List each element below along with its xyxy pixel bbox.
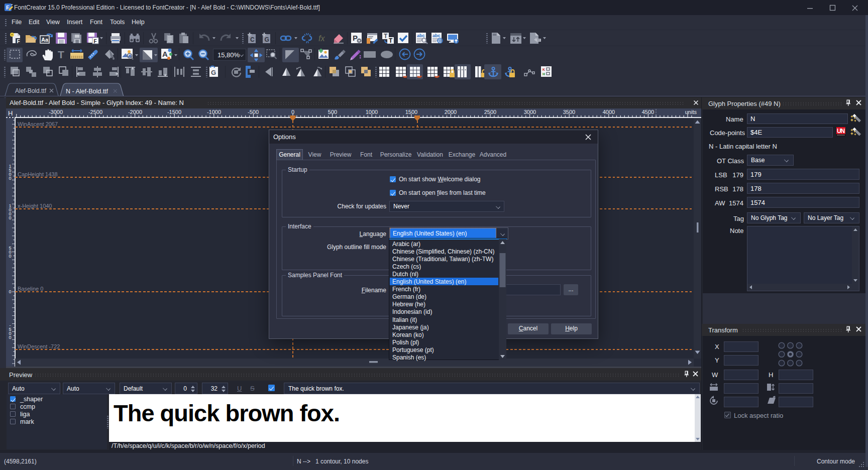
svg-text:F: F: [17, 39, 20, 44]
svg-text:-1500: -1500: [167, 109, 181, 115]
svg-text:abc: abc: [417, 33, 425, 38]
svg-text:1000: 1000: [366, 109, 378, 115]
svg-text:A: A: [162, 50, 168, 58]
svg-text:Aa: Aa: [41, 37, 49, 43]
svg-text:3500: 3500: [563, 109, 575, 115]
svg-text:0: 0: [9, 289, 11, 294]
svg-text:fx: fx: [318, 34, 325, 43]
svg-text:500: 500: [328, 109, 337, 115]
svg-text:-1000: -1000: [207, 109, 221, 115]
svg-text:0: 0: [9, 335, 11, 340]
svg-text:units: units: [685, 109, 697, 115]
svg-text:-2500: -2500: [88, 109, 102, 115]
svg-text:-2000: -2000: [128, 109, 142, 115]
svg-text:C: C: [250, 36, 255, 43]
svg-text:P: P: [353, 34, 358, 42]
svg-text:abc: abc: [432, 33, 441, 38]
svg-text:4500: 4500: [642, 109, 654, 115]
svg-text:G: G: [265, 36, 269, 43]
svg-text:-3000: -3000: [49, 109, 63, 115]
svg-text:0: 0: [9, 215, 11, 220]
svg-text:2000: 2000: [445, 109, 457, 115]
svg-text:G: G: [211, 69, 216, 76]
svg-text:0: 0: [9, 254, 11, 259]
svg-text:T: T: [384, 33, 388, 40]
svg-text:-500: -500: [248, 109, 259, 115]
svg-text:1500: 1500: [405, 109, 417, 115]
svg-text:T: T: [389, 37, 393, 44]
svg-text:0: 0: [9, 176, 11, 181]
svg-text:F: F: [94, 39, 97, 44]
svg-text:N - Alef-Bold.ttf: N - Alef-Bold.ttf: [66, 88, 108, 95]
svg-text:4000: 4000: [603, 109, 615, 115]
svg-text:T: T: [58, 49, 64, 60]
svg-text:K: K: [542, 68, 545, 71]
svg-text:0: 0: [291, 109, 294, 115]
svg-text:2500: 2500: [484, 109, 496, 115]
svg-text:Alef-Bold.ttf: Alef-Bold.ttf: [15, 87, 47, 94]
svg-text:H: H: [542, 72, 545, 76]
svg-text:3000: 3000: [524, 109, 536, 115]
